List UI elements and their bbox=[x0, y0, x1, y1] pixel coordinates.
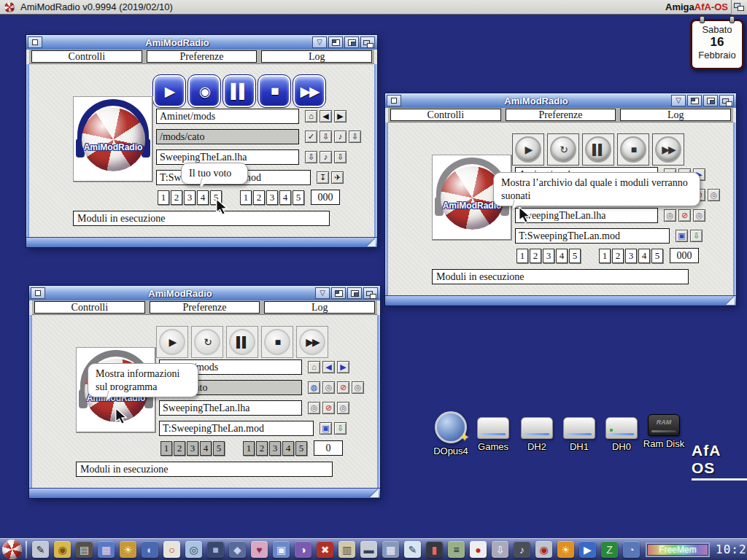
tab-log[interactable]: Log bbox=[261, 50, 372, 63]
disk-icon[interactable]: ⇩ bbox=[492, 541, 508, 558]
window-titlebar[interactable]: AmiModRadio ▽ bbox=[26, 35, 377, 50]
resize-handle[interactable] bbox=[726, 296, 735, 305]
home-button[interactable]: ⌂ bbox=[305, 110, 317, 122]
archive-file-field[interactable]: SweepingTheLan.lha bbox=[515, 208, 658, 223]
search-alt-button[interactable]: ◎ bbox=[352, 381, 364, 394]
tab-preferenze[interactable]: Preferenze bbox=[150, 301, 260, 314]
shade-gadget[interactable] bbox=[344, 36, 359, 48]
close-gadget[interactable] bbox=[28, 36, 42, 48]
play-button[interactable]: ▶ bbox=[512, 133, 544, 166]
avg-vote-button[interactable]: 2 bbox=[612, 249, 624, 263]
shade-gadget[interactable] bbox=[703, 95, 718, 106]
zoom-gadget[interactable] bbox=[687, 95, 702, 106]
viewer-icon[interactable]: ◔ bbox=[623, 541, 640, 558]
screen-menubar[interactable]: AmiModRadio v0.9994 (2019/02/10) Amiga A… bbox=[0, 0, 747, 15]
stop-button[interactable]: ■ bbox=[617, 133, 649, 166]
prev-archive-button[interactable]: ◀ bbox=[322, 361, 335, 373]
screen-depth-gadget[interactable] bbox=[731, 0, 747, 15]
grid-icon[interactable]: ▦ bbox=[382, 541, 399, 558]
ffwd-button[interactable]: ▶▶ bbox=[296, 326, 328, 358]
search-button[interactable]: ◎ bbox=[308, 402, 320, 414]
prev-archive-button[interactable]: ◀ bbox=[320, 110, 332, 122]
tab-preferenze[interactable]: Preferenze bbox=[147, 50, 258, 63]
printer-icon[interactable]: ▬ bbox=[360, 541, 377, 558]
tab-preferenze[interactable]: Preferenze bbox=[506, 109, 616, 121]
avg-vote-button[interactable]: 5 bbox=[293, 190, 304, 205]
block-button[interactable]: ⊘ bbox=[678, 209, 691, 222]
playing-list[interactable]: Moduli in esecuzione bbox=[432, 269, 689, 284]
desktop-icon-dh2[interactable]: DH2 bbox=[514, 417, 560, 452]
depth-gadget[interactable] bbox=[363, 287, 378, 299]
fetch-archive-button[interactable]: ⇩ bbox=[320, 131, 332, 143]
calculator-icon[interactable]: ≡ bbox=[448, 541, 465, 558]
module-file-field[interactable]: T:SweepingTheLan.mod bbox=[159, 421, 314, 436]
window-titlebar[interactable]: AmiModRadio ▽ bbox=[385, 93, 736, 108]
record-button[interactable]: ↻ bbox=[191, 326, 223, 358]
desktop-icon-dopus4[interactable]: DOpus4 bbox=[427, 411, 474, 456]
avg-vote-button[interactable]: 1 bbox=[243, 441, 255, 456]
prefs-icon[interactable]: ♥ bbox=[251, 541, 268, 558]
desktop-icon-dh1[interactable]: DH1 bbox=[556, 417, 603, 452]
tab-controlli[interactable]: Controlli bbox=[34, 301, 145, 314]
archive-dir-field[interactable]: Aminet/mods bbox=[156, 109, 299, 124]
photo-icon[interactable]: ▦ bbox=[98, 541, 115, 558]
editor-icon[interactable]: ✎ bbox=[32, 541, 49, 558]
vote-button[interactable]: 3 bbox=[543, 249, 554, 263]
vote-button[interactable]: 1 bbox=[516, 249, 528, 263]
avg-vote-button[interactable]: 1 bbox=[599, 249, 611, 263]
energy-icon[interactable]: ☀ bbox=[557, 541, 574, 558]
resize-handle[interactable] bbox=[367, 238, 376, 246]
avg-vote-button[interactable]: 5 bbox=[295, 441, 307, 456]
avg-vote-button[interactable]: 3 bbox=[625, 249, 637, 263]
send-vote-button[interactable]: ✈ bbox=[331, 171, 344, 184]
fetch-alt-button[interactable]: ⇩ bbox=[349, 131, 361, 143]
iconify-gadget[interactable]: ▽ bbox=[671, 95, 686, 106]
gallery-icon[interactable]: ☀ bbox=[120, 541, 136, 558]
avg-vote-button[interactable]: 4 bbox=[282, 441, 294, 456]
cdplayer-icon[interactable]: ◉ bbox=[535, 541, 552, 558]
close-gadget[interactable] bbox=[387, 95, 401, 106]
tab-controlli[interactable]: Controlli bbox=[390, 109, 501, 121]
desktop-icon-games[interactable]: Games bbox=[470, 417, 516, 452]
search-button[interactable]: ◎ bbox=[664, 209, 676, 222]
play-button[interactable]: ▶ bbox=[153, 75, 185, 107]
notepad-icon[interactable]: ✎ bbox=[404, 541, 421, 558]
vote-button[interactable]: 2 bbox=[530, 249, 541, 263]
tab-log[interactable]: Log bbox=[264, 301, 375, 314]
vote-button[interactable]: 4 bbox=[200, 441, 212, 456]
avg-vote-button[interactable]: 4 bbox=[279, 190, 291, 205]
depth-gadget[interactable] bbox=[360, 36, 375, 48]
avg-vote-button[interactable]: 3 bbox=[269, 441, 281, 456]
extract-module-button[interactable]: ⇩ bbox=[690, 230, 703, 242]
confirm-button[interactable]: ✓ bbox=[305, 131, 317, 143]
pause-button[interactable]: ▌▌ bbox=[223, 75, 255, 107]
record-button[interactable]: ◉ bbox=[188, 75, 220, 107]
shade-gadget[interactable] bbox=[347, 287, 362, 299]
ffwd-button[interactable]: ▶▶ bbox=[652, 133, 684, 166]
vote-button[interactable]: 5 bbox=[569, 249, 581, 263]
virus-checker-icon[interactable]: Z bbox=[601, 541, 618, 558]
iconify-gadget[interactable]: ▽ bbox=[315, 287, 330, 299]
shell-icon[interactable]: ▮ bbox=[426, 541, 443, 558]
files-icon[interactable]: ▥ bbox=[338, 541, 355, 558]
player-icon[interactable]: ▶ bbox=[579, 541, 596, 558]
vote-button[interactable]: 2 bbox=[174, 441, 185, 456]
book-icon[interactable]: ▤ bbox=[76, 541, 93, 558]
save-module-button[interactable]: ▣ bbox=[676, 230, 688, 242]
module-file-field[interactable]: T:SweepingTheLan.mod bbox=[515, 228, 670, 244]
play-sample-button[interactable]: ♪ bbox=[334, 131, 347, 143]
next-archive-button[interactable]: ▶ bbox=[337, 361, 349, 373]
desktop-icon-dh0[interactable]: DH0 bbox=[598, 417, 645, 452]
avg-vote-button[interactable]: 2 bbox=[256, 441, 268, 456]
search-alt-button[interactable]: ◎ bbox=[708, 189, 720, 201]
vote-button[interactable]: 2 bbox=[171, 190, 182, 205]
resize-handle[interactable] bbox=[370, 489, 379, 497]
vote-button[interactable]: 5 bbox=[213, 441, 225, 456]
audio-icon[interactable]: ♪ bbox=[514, 541, 530, 558]
boing-ball-menu-icon[interactable] bbox=[2, 540, 22, 559]
stop-button[interactable]: ■ bbox=[261, 326, 293, 358]
window-titlebar[interactable]: AmiModRadio ▽ bbox=[29, 286, 380, 300]
vote-button[interactable]: 4 bbox=[556, 249, 568, 263]
block-button[interactable]: ⊘ bbox=[322, 402, 335, 414]
stop-button[interactable]: ■ bbox=[258, 75, 290, 107]
